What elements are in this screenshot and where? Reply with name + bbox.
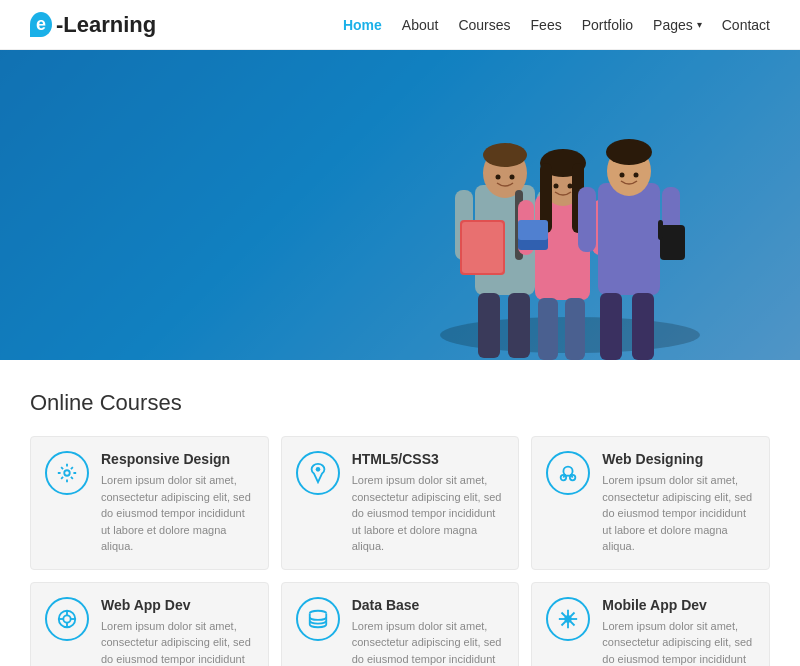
svg-point-24	[606, 139, 652, 165]
web-app-dev-info: Web App Dev Lorem ipsum dolor sit amet, …	[101, 597, 254, 667]
hero-students-image	[400, 60, 740, 360]
responsive-design-desc: Lorem ipsum dolor sit amet, consectetur …	[101, 472, 254, 555]
course-card-html5-css3[interactable]: HTML5/CSS3 Lorem ipsum dolor sit amet, c…	[281, 436, 520, 570]
svg-point-43	[63, 615, 70, 622]
html5-css3-desc: Lorem ipsum dolor sit amet, consectetur …	[352, 472, 505, 555]
nav-item-pages[interactable]: Pages ▾	[653, 17, 702, 33]
svg-point-35	[620, 173, 625, 178]
course-card-web-app-dev[interactable]: Web App Dev Lorem ipsum dolor sit amet, …	[30, 582, 269, 667]
svg-point-32	[510, 175, 515, 180]
web-designing-info: Web Designing Lorem ipsum dolor sit amet…	[602, 451, 755, 555]
nav-item-home[interactable]: Home	[343, 17, 382, 33]
web-app-dev-desc: Lorem ipsum dolor sit amet, consectetur …	[101, 618, 254, 667]
logo[interactable]: e -Learning	[30, 12, 156, 38]
nav-item-portfolio[interactable]: Portfolio	[582, 17, 633, 33]
mobile-app-dev-icon	[546, 597, 590, 641]
nav-item-about[interactable]: About	[402, 17, 439, 33]
logo-e: e	[30, 12, 52, 37]
data-base-info: Data Base Lorem ipsum dolor sit amet, co…	[352, 597, 505, 667]
html5-css3-icon	[296, 451, 340, 495]
svg-point-38	[315, 467, 320, 472]
data-base-icon	[296, 597, 340, 641]
web-designing-desc: Lorem ipsum dolor sit amet, consectetur …	[602, 472, 755, 555]
data-base-desc: Lorem ipsum dolor sit amet, consectetur …	[352, 618, 505, 667]
svg-rect-18	[538, 298, 558, 360]
course-card-web-designing[interactable]: Web Designing Lorem ipsum dolor sit amet…	[531, 436, 770, 570]
svg-rect-25	[578, 187, 596, 252]
header: e -Learning Home About Courses Fees Port…	[0, 0, 800, 50]
main-nav: Home About Courses Fees Portfolio Pages …	[343, 17, 770, 33]
mobile-app-dev-title: Mobile App Dev	[602, 597, 755, 613]
dropdown-arrow-icon: ▾	[697, 19, 702, 30]
courses-grid: Responsive Design Lorem ipsum dolor sit …	[30, 436, 770, 666]
responsive-design-icon	[45, 451, 89, 495]
svg-rect-30	[658, 220, 663, 240]
hero-section	[0, 50, 800, 360]
nav-item-fees[interactable]: Fees	[531, 17, 562, 33]
svg-point-3	[483, 143, 527, 167]
mobile-app-dev-info: Mobile App Dev Lorem ipsum dolor sit ame…	[602, 597, 755, 667]
web-designing-title: Web Designing	[602, 451, 755, 467]
svg-rect-22	[598, 183, 660, 295]
courses-section-title: Online Courses	[30, 390, 770, 416]
svg-point-33	[554, 184, 559, 189]
html5-css3-title: HTML5/CSS3	[352, 451, 505, 467]
svg-rect-10	[462, 222, 503, 273]
svg-point-37	[64, 470, 70, 476]
data-base-title: Data Base	[352, 597, 505, 613]
course-card-responsive-design[interactable]: Responsive Design Lorem ipsum dolor sit …	[30, 436, 269, 570]
logo-text: -Learning	[56, 12, 156, 38]
svg-point-31	[496, 175, 501, 180]
svg-rect-27	[600, 293, 622, 360]
svg-rect-21	[518, 220, 548, 240]
course-card-mobile-app-dev[interactable]: Mobile App Dev Lorem ipsum dolor sit ame…	[531, 582, 770, 667]
svg-rect-19	[565, 298, 585, 360]
web-app-dev-title: Web App Dev	[101, 597, 254, 613]
svg-point-34	[568, 184, 573, 189]
responsive-design-info: Responsive Design Lorem ipsum dolor sit …	[101, 451, 254, 555]
svg-rect-7	[478, 293, 500, 358]
courses-section: Online Courses Responsive Design Lorem i…	[0, 360, 800, 666]
nav-item-contact[interactable]: Contact	[722, 17, 770, 33]
nav-item-courses[interactable]: Courses	[458, 17, 510, 33]
web-designing-icon	[546, 451, 590, 495]
svg-rect-28	[632, 293, 654, 360]
mobile-app-dev-desc: Lorem ipsum dolor sit amet, consectetur …	[602, 618, 755, 667]
course-card-data-base[interactable]: Data Base Lorem ipsum dolor sit amet, co…	[281, 582, 520, 667]
web-app-dev-icon	[45, 597, 89, 641]
html5-css3-info: HTML5/CSS3 Lorem ipsum dolor sit amet, c…	[352, 451, 505, 555]
responsive-design-title: Responsive Design	[101, 451, 254, 467]
svg-rect-8	[508, 293, 530, 358]
svg-point-36	[634, 173, 639, 178]
svg-rect-29	[660, 225, 685, 260]
